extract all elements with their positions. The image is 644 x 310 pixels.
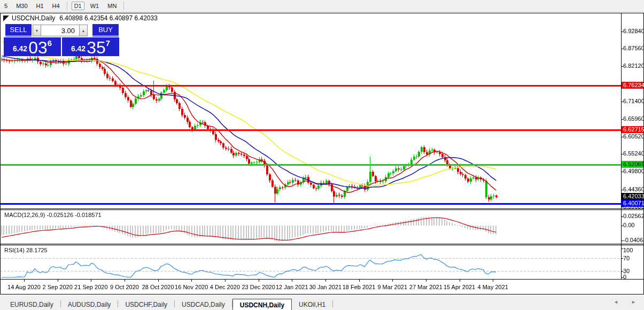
level-price-label: 6.40071 (622, 200, 643, 207)
timeframe-h4[interactable]: H4 (50, 2, 63, 10)
timeframe-5[interactable]: 5 (2, 2, 10, 10)
tab-scroll-right-icon[interactable]: ► (631, 299, 636, 305)
price-axis-tick: 6.44360 (623, 186, 644, 192)
timeframe-m30[interactable]: M30 (13, 2, 30, 10)
buy-price-prefix: 6.42 (71, 44, 86, 53)
rsi-indicator-label: RSI(14) 28.1725 (4, 247, 48, 253)
level-price-label: 6.62715 (622, 126, 643, 133)
timeframe-mn[interactable]: MN (105, 2, 119, 10)
sell-price-display[interactable]: 6.42 03 6 (4, 37, 61, 56)
tab-audusd[interactable]: AUDUSD,Daily (61, 299, 118, 310)
price-axis-tick: 6.87560 (623, 45, 644, 51)
one-click-collapse-icon[interactable] (3, 15, 9, 21)
price-axis-tick: 6.92840 (623, 28, 644, 34)
timeframe-h1[interactable]: H1 (34, 2, 46, 10)
date-axis-label: 30 Jan 2021 (309, 284, 342, 290)
date-axis-label: 14 Aug 2020 (7, 284, 41, 290)
rsi-name: RSI(14) (4, 247, 25, 253)
price-axis-tick: 6.60520 (623, 133, 644, 140)
symbol-title: USDCNH,Daily (12, 14, 55, 22)
tab-usdcnh[interactable]: USDCNH,Daily (232, 299, 292, 310)
sell-button[interactable]: SELL (5, 24, 32, 37)
macd-panel-top-border (1, 210, 643, 210)
macd-values: -0.025126 -0.018571 (46, 212, 101, 218)
date-axis-label: 27 Mar 2021 (409, 284, 443, 290)
date-axis-label: 28 Oct 2020 (142, 284, 174, 290)
buy-button[interactable]: BUY (92, 24, 119, 37)
tab-scroll-left-icon[interactable]: ◄ (614, 299, 618, 305)
buy-price-main: 35 (87, 40, 106, 55)
tab-eurusd[interactable]: EURUSD,Daily (3, 299, 60, 310)
buy-price-display[interactable]: 6.42 35 7 (62, 37, 119, 56)
buy-button-label: BUY (98, 26, 113, 34)
timeframe-toolbar: 5M30H1H4D1W1MN (0, 0, 644, 12)
price-axis-tick: 6.65960 (623, 115, 644, 122)
macd-name: MACD(12,26,9) (4, 212, 45, 218)
tab-usdcad[interactable]: USDCAD,Daily (175, 299, 232, 310)
mt4-chart-window: 5M30H1H4D1W1MN USDCNH,Daily 6.40898 6.42… (0, 0, 644, 310)
price-axis-tick: 6.49800 (623, 168, 644, 174)
main-macd-separator[interactable] (1, 208, 643, 209)
price-axis-tick: 6.82120 (623, 63, 644, 69)
chart-tab-bar: EURUSD,DailyAUDUSD,DailyUSDCHF,DailyUSDC… (0, 295, 644, 310)
macd-axis-tick: -0.04068 (623, 237, 644, 243)
timeframe-d1[interactable]: D1 (72, 2, 84, 10)
date-axis-label: 12 Jan 2021 (276, 284, 308, 290)
macd-rsi-separator[interactable] (1, 244, 643, 244)
chart-header: USDCNH,Daily 6.40898 6.42354 6.40897 6.4… (3, 14, 158, 22)
toolbar-separator (67, 2, 67, 10)
price-axis-tick: 6.55240 (623, 150, 644, 157)
date-axis-label: 23 Dec 2020 (242, 284, 275, 290)
sell-price-main: 03 (28, 40, 48, 55)
date-axis-label: 9 Mar 2021 (377, 284, 407, 290)
volume-input[interactable] (41, 25, 79, 36)
buy-price-pip: 7 (106, 38, 110, 48)
date-axis-label: 2 Sep 2020 (43, 284, 73, 290)
down-arrow-icon: ▼ (35, 29, 39, 33)
level-price-label: 6.52069 (622, 161, 643, 168)
date-axis-label: 15 Apr 2021 (444, 284, 475, 290)
date-axis-label: 18 Feb 2021 (343, 284, 376, 290)
rsi-axis-tick: 70 (623, 255, 630, 261)
date-axis-label: 9 Oct 2020 (110, 284, 139, 290)
sell-button-label: SELL (10, 26, 27, 34)
macd-axis-tick: 0.025623 (623, 213, 644, 219)
timeframe-w1[interactable]: W1 (88, 2, 102, 10)
date-axis-label: 4 May 2021 (477, 284, 508, 290)
volume-increase-button[interactable]: ▲ (79, 25, 88, 36)
toolbar-separator (123, 2, 124, 10)
date-axis-label: 21 Sep 2020 (74, 284, 107, 290)
rsi-value: 28.1725 (26, 247, 48, 253)
macd-indicator-label: MACD(12,26,9) -0.025126 -0.018571 (4, 212, 102, 218)
up-arrow-icon: ▲ (82, 29, 86, 33)
tab-usdchf[interactable]: USDCHF,Daily (118, 299, 174, 310)
sell-price-pip: 6 (48, 38, 52, 48)
price-axis-line (621, 13, 622, 279)
level-price-label: 6.76234 (622, 82, 643, 89)
rsi-panel-top-border (1, 245, 643, 245)
tab-separator (332, 300, 333, 307)
current-price-label: 6.42033 (622, 193, 643, 200)
tab-ukoil[interactable]: UKOil,H1 (292, 299, 332, 310)
rsi-bottom-border (1, 279, 643, 280)
ohlc-values: 6.40898 6.42354 6.40897 6.42033 (59, 14, 158, 22)
date-axis-label: 4 Dec 2020 (210, 284, 240, 290)
sell-price-prefix: 6.42 (13, 44, 27, 53)
rsi-axis-tick: 100 (623, 247, 633, 253)
volume-decrease-button[interactable]: ▼ (33, 25, 41, 36)
macd-axis-tick: 0.00 (623, 222, 634, 228)
price-axis-tick: 6.71400 (623, 98, 644, 104)
date-axis-label: 16 Nov 2020 (175, 284, 208, 290)
